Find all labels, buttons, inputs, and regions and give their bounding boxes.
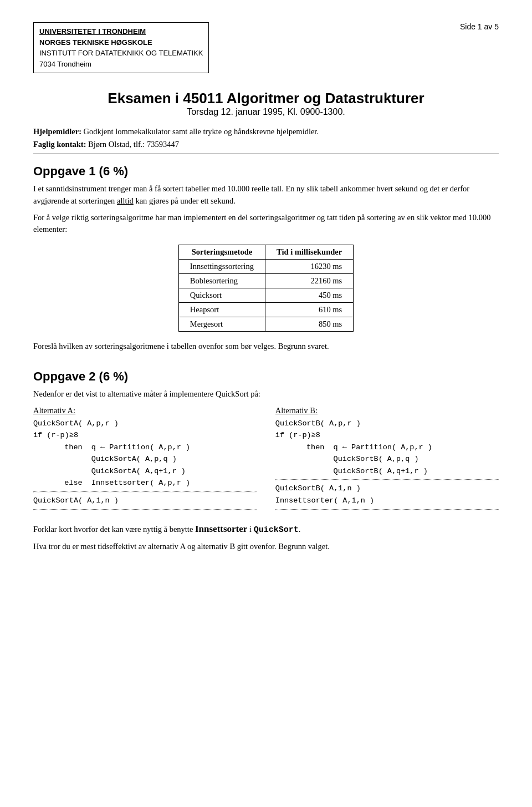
code-b-line1: QuickSortB( A,p,r ) <box>275 418 499 430</box>
sort-table: Sorteringsmetode Tid i millisekunder Inn… <box>178 245 354 332</box>
dot-a1 <box>33 491 257 493</box>
header-area: UNIVERSITETET I TRONDHEIM NORGES TEKNISK… <box>33 22 499 73</box>
table-header-time: Tid i millisekunder <box>265 245 354 260</box>
innsettsorter-bold: Innsettsorter <box>195 524 247 534</box>
institution-line1: UNIVERSITETET I TRONDHEIM <box>39 26 203 37</box>
code-a-line7: QuickSortA( A,1,n ) <box>33 495 257 507</box>
sub-title: Torsdag 12. januar 1995, Kl. 0900-1300. <box>33 107 499 117</box>
divider <box>33 154 499 154</box>
table-row: Innsettingssortering16230 ms <box>178 260 353 274</box>
oppgave1-p2: For å velge riktig sorteringsalgoritme h… <box>33 212 499 236</box>
code-a-line6: else Innsettsorter( A,p,r ) <box>55 477 257 489</box>
faglig-section: Faglig kontakt: Bjørn Olstad, tlf.: 7359… <box>33 140 499 149</box>
institution-line4: 7034 Trondheim <box>39 59 203 70</box>
code-b-line2: if (r-p)≥8 <box>275 429 499 441</box>
oppgave1-p1: I et sanntidsinstrument trenger man å få… <box>33 183 499 207</box>
table-row: Boblesortering22160 ms <box>178 274 353 288</box>
code-b-line4: QuickSortB( A,p,q ) <box>298 453 499 465</box>
table-cell: Heapsort <box>178 303 265 317</box>
oppgave2-heading: Oppgave 2 (6 %) <box>33 369 499 384</box>
institution-box: UNIVERSITETET I TRONDHEIM NORGES TEKNISK… <box>33 22 209 73</box>
oppgave1-heading: Oppgave 1 (6 %) <box>33 164 499 179</box>
quicksort-mono: QuickSort <box>254 525 299 535</box>
code-b-line7: Innsettsorter( A,1,n ) <box>275 495 499 507</box>
hjelpemidler-label: Hjelpemidler: <box>33 127 81 136</box>
code-b-line5: QuickSortB( A,q+1,r ) <box>298 465 499 478</box>
oppgave1-p3: Foreslå hvilken av sorteringsalgoritmene… <box>33 341 499 353</box>
table-header-method: Sorteringsmetode <box>178 245 265 260</box>
dot-b1 <box>275 479 499 480</box>
code-section: Alternativ A: QuickSortA( A,p,r ) if (r-… <box>33 406 499 512</box>
code-a-line2: if (r-p)≥8 <box>33 429 257 441</box>
table-row: Mergesort850 ms <box>178 317 353 332</box>
title-section: Eksamen i 45011 Algoritmer og Datastrukt… <box>33 90 499 117</box>
code-a-line3: then q ← Partition( A,p,r ) <box>55 441 257 454</box>
code-col-a: Alternativ A: QuickSortA( A,p,r ) if (r-… <box>33 406 257 512</box>
table-row: Heapsort610 ms <box>178 303 353 317</box>
final-p2: Forklar kort hvorfor det kan være nyttig… <box>33 521 499 537</box>
alt-b-title: Alternativ B: <box>275 406 499 415</box>
oppgave1-section: Oppgave 1 (6 %) I et sanntidsinstrument … <box>33 164 499 353</box>
code-col-b: Alternativ B: QuickSortB( A,p,r ) if (r-… <box>275 406 499 512</box>
code-b-line3: then q ← Partition( A,p,r ) <box>298 441 499 454</box>
main-title: Eksamen i 45011 Algoritmer og Datastrukt… <box>33 90 499 107</box>
table-cell: 22160 ms <box>265 274 354 288</box>
institution-line3: INSTITUTT FOR DATATEKNIKK OG TELEMATIKK <box>39 48 203 59</box>
table-cell: 850 ms <box>265 317 354 332</box>
code-b-line6: QuickSortB( A,1,n ) <box>275 483 499 495</box>
dot-b2 <box>275 509 499 510</box>
page-number: Side 1 av 5 <box>460 22 499 31</box>
oppgave2-p1: Nedenfor er det vist to alternative måte… <box>33 388 499 400</box>
table-cell: Mergesort <box>178 317 265 332</box>
code-a-line4: QuickSortA( A,p,q ) <box>55 453 257 465</box>
faglig-text: Bjørn Olstad, tlf.: 73593447 <box>88 140 179 149</box>
table-cell: Innsettingssortering <box>178 260 265 274</box>
table-cell: 16230 ms <box>265 260 354 274</box>
code-a-line1: QuickSortA( A,p,r ) <box>33 418 257 430</box>
faglig-label: Faglig kontakt: <box>33 140 86 149</box>
always-underline: alltid <box>117 196 134 205</box>
hjelpemidler-text: Godkjent lommekalkulator samt alle trykt… <box>84 127 319 136</box>
final-p3: Hva tror du er mest tidseffektivt av alt… <box>33 540 499 553</box>
code-a-line5: QuickSortA( A,q+1,r ) <box>55 465 257 478</box>
table-cell: 610 ms <box>265 303 354 317</box>
table-cell: Boblesortering <box>178 274 265 288</box>
dot-a2 <box>33 509 257 510</box>
institution-line2: NORGES TEKNISKE HØGSKOLE <box>39 37 203 48</box>
table-row: Quicksort450 ms <box>178 288 353 303</box>
final-text: Forklar kort hvorfor det kan være nyttig… <box>33 521 499 553</box>
hjelpemidler-section: Hjelpemidler: Godkjent lommekalkulator s… <box>33 127 499 136</box>
table-cell: 450 ms <box>265 288 354 303</box>
alt-a-title: Alternativ A: <box>33 406 257 415</box>
table-cell: Quicksort <box>178 288 265 303</box>
oppgave2-section: Oppgave 2 (6 %) Nedenfor er det vist to … <box>33 369 499 553</box>
